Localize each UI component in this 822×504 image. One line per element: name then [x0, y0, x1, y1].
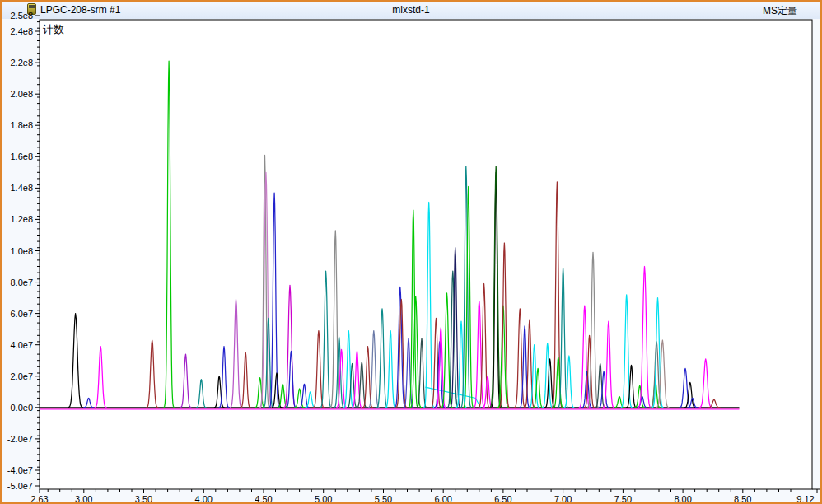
- x-tick-label: 7.00: [554, 494, 572, 504]
- y-tick-label: 2.5e8: [10, 11, 33, 21]
- chromatogram-window: LPGC-208-srm #1 mixstd-1 MS定量 2.5e82.4e8…: [0, 0, 822, 504]
- y-tick-label: 0.0e0: [10, 403, 33, 413]
- y-tick-label: 2.0e7: [10, 371, 33, 381]
- y-tick-label: -5.0e7: [7, 481, 33, 491]
- x-tick-label: 4.00: [195, 494, 213, 504]
- y-tick-label: 1.8e8: [10, 120, 33, 130]
- y-tick-label: 8.0e7: [10, 278, 33, 287]
- x-tick-label: 3.00: [75, 494, 92, 504]
- x-tick-label: 3.50: [135, 494, 152, 504]
- y-tick-label: 1.4e8: [10, 183, 33, 193]
- y-tick-label: 1.2e8: [10, 214, 33, 224]
- plot-frame: [40, 20, 812, 489]
- x-tick-label: 6.00: [434, 494, 451, 504]
- x-tick-label: 6.50: [494, 494, 511, 504]
- y-axis-label: 计数: [43, 22, 64, 37]
- y-tick-label: 2.2e8: [10, 58, 33, 68]
- y-tick-label: 1.0e8: [10, 246, 33, 256]
- y-tick-label: 1.6e8: [10, 152, 33, 161]
- x-tick-label: 4.50: [255, 494, 272, 504]
- x-tick-label: 7.50: [614, 494, 632, 504]
- x-tick-label: 9.12: [796, 494, 814, 504]
- y-tick-label: 2.0e8: [10, 89, 33, 99]
- y-tick-label: 6.0e7: [10, 309, 33, 319]
- chromatogram-plot[interactable]: 2.5e82.4e82.2e82.0e81.8e81.6e81.4e81.2e8…: [2, 2, 822, 504]
- y-tick-label: 4.0e7: [10, 340, 33, 350]
- x-tick-label: 8.00: [674, 494, 691, 504]
- x-tick-label: 8.50: [734, 494, 751, 504]
- y-tick-label: -4.0e7: [7, 465, 33, 475]
- y-tick-label: 2.4e8: [10, 26, 33, 36]
- x-tick-label: 5.00: [315, 494, 332, 504]
- y-tick-label: -2.0e7: [7, 434, 33, 444]
- x-tick-label: 2.63: [30, 494, 48, 504]
- x-tick-label: 5.50: [375, 494, 392, 504]
